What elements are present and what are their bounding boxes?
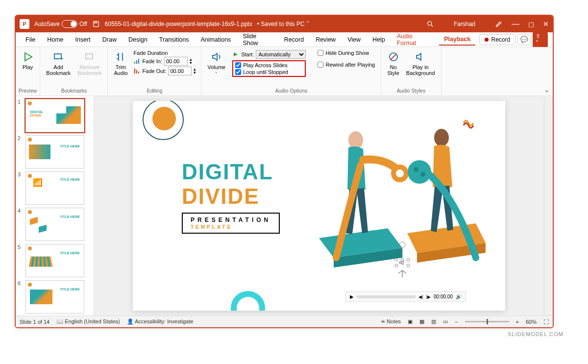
svg-rect-9: [138, 59, 139, 64]
save-icon[interactable]: [92, 20, 100, 28]
slide-subtitle: PRESENTATIONTEMPLATE: [182, 213, 280, 234]
loop-checkbox[interactable]: [235, 69, 241, 75]
tab-slideshow[interactable]: Slide Show: [238, 31, 277, 49]
fadeout-input[interactable]: [168, 67, 192, 75]
tab-home[interactable]: Home: [42, 34, 68, 45]
decor-circle-outline: [143, 101, 184, 140]
comments-button[interactable]: 💬: [517, 34, 531, 45]
autosave-state: Off: [79, 21, 87, 27]
tab-playback[interactable]: Playback: [439, 34, 475, 46]
maximize-icon[interactable]: ▢: [528, 21, 534, 28]
thumbnail-5[interactable]: 5TITLE HERE: [18, 244, 92, 277]
thumbnail-3[interactable]: 3📶TITLE HERE: [18, 171, 92, 205]
zoom-out-icon[interactable]: −: [455, 319, 458, 325]
save-state[interactable]: • Saved to this PC ˅: [257, 21, 309, 27]
collapse-ribbon-icon[interactable]: ⌄: [544, 86, 550, 94]
reading-view-icon[interactable]: ▥: [431, 318, 436, 325]
user-name[interactable]: Farshad: [454, 21, 475, 27]
zoom-in-icon[interactable]: +: [516, 319, 519, 325]
play-icon[interactable]: ▶: [350, 294, 354, 299]
audio-player[interactable]: ▶ ◀| |▶ 00:00.00 🔊: [345, 291, 466, 302]
tab-insert[interactable]: Insert: [71, 34, 96, 45]
svg-rect-12: [138, 72, 139, 73]
tab-draw[interactable]: Draw: [98, 34, 122, 45]
svg-rect-10: [134, 69, 135, 73]
svg-rect-8: [136, 60, 137, 64]
svg-line-14: [391, 54, 396, 60]
fit-window-icon[interactable]: ⛶: [543, 319, 549, 325]
play-background-button[interactable]: Play in Background: [403, 49, 438, 78]
normal-view-icon[interactable]: ▣: [408, 318, 413, 325]
close-icon[interactable]: ✕: [543, 20, 549, 28]
tab-transitions[interactable]: Transitions: [154, 34, 194, 45]
autosave-toggle[interactable]: AutoSave Off: [34, 20, 87, 28]
decor-circle-teal: [231, 291, 265, 311]
group-editing: Editing: [147, 87, 162, 94]
thumbnail-1[interactable]: 1DIGITALDIVIDE: [18, 99, 92, 132]
tab-record[interactable]: Record: [279, 34, 309, 45]
fade-duration-label: Fade Duration: [134, 50, 196, 56]
powerpoint-icon: P: [20, 19, 29, 29]
minimize-icon[interactable]: —: [512, 20, 519, 28]
trim-audio-button[interactable]: Trim Audio: [111, 49, 130, 78]
next-icon[interactable]: |▶: [426, 294, 431, 299]
language-indicator[interactable]: 📖 English (United States): [56, 318, 120, 325]
fadein-input[interactable]: [164, 57, 188, 66]
tab-animations[interactable]: Animations: [196, 34, 236, 45]
zoom-level[interactable]: 60%: [526, 319, 537, 325]
group-audio-options: Audio Options: [275, 87, 307, 94]
group-bookmarks: Bookmarks: [61, 87, 87, 94]
thumbnail-6[interactable]: 6TITLE HERE: [18, 280, 92, 314]
tab-design[interactable]: Design: [123, 34, 152, 45]
svg-rect-11: [136, 70, 137, 73]
svg-text:+: +: [60, 55, 64, 62]
rewind-checkbox[interactable]: [318, 62, 323, 68]
volume-button[interactable]: Volume ˅: [204, 49, 228, 78]
share-button[interactable]: ⇧ ˅: [533, 32, 548, 48]
tab-file[interactable]: File: [21, 34, 40, 45]
slide[interactable]: DIGITALDIVIDE PRESENTATIONTEMPLATE: [133, 101, 505, 311]
tab-help[interactable]: Help: [368, 34, 390, 45]
sorter-view-icon[interactable]: ▦: [419, 318, 424, 325]
prev-icon[interactable]: ◀|: [418, 294, 423, 299]
thumbnail-2[interactable]: 2TITLE HERE: [18, 135, 92, 169]
search-icon[interactable]: [426, 20, 434, 28]
loop-label: Loop until Stopped: [243, 69, 288, 75]
audio-object[interactable]: [388, 240, 417, 281]
slide-counter[interactable]: Slide 1 of 14: [20, 319, 49, 325]
slide-canvas[interactable]: DIGITALDIVIDE PRESENTATIONTEMPLATE: [94, 96, 544, 315]
hide-checkbox[interactable]: [318, 50, 323, 56]
accessibility-indicator[interactable]: 👤 Accessibility: Investigate: [127, 318, 194, 325]
svg-point-18: [434, 129, 449, 146]
fadeout-label: Fade Out:: [143, 68, 167, 74]
notes-button[interactable]: ≐ Notes: [381, 318, 401, 325]
volume-icon[interactable]: 🔊: [456, 294, 462, 299]
start-icon: [232, 51, 239, 58]
thumbnail-4[interactable]: 4TITLE HERE: [18, 208, 92, 241]
svg-line-3: [431, 25, 433, 26]
tab-review[interactable]: Review: [311, 34, 341, 45]
toggle-pill[interactable]: [62, 20, 77, 28]
record-button[interactable]: Record: [479, 34, 515, 45]
svg-rect-7: [134, 62, 135, 64]
statusbar: Slide 1 of 14 📖 English (United States) …: [16, 315, 553, 327]
svg-point-17: [396, 170, 404, 177]
vertical-scrollbar[interactable]: [544, 96, 553, 315]
tab-audioformat[interactable]: Audio Format: [392, 31, 438, 49]
fadeout-spinner[interactable]: ▴▾: [194, 68, 196, 74]
remove-bookmark-button: Remove Bookmark: [74, 49, 105, 78]
add-bookmark-button[interactable]: + Add Bookmark: [43, 49, 74, 78]
thumbnail-pane[interactable]: 1DIGITALDIVIDE 2TITLE HERE 3📶TITLE HERE …: [16, 96, 94, 315]
pen-icon[interactable]: [495, 20, 503, 28]
fadein-label: Fade In:: [143, 58, 162, 64]
play-button[interactable]: Play: [19, 49, 37, 72]
zoom-slider[interactable]: [465, 321, 509, 322]
svg-point-24: [395, 258, 398, 261]
tab-view[interactable]: View: [343, 34, 366, 45]
fadein-spinner[interactable]: ▴▾: [190, 58, 192, 65]
slideshow-view-icon[interactable]: ▭: [443, 318, 448, 325]
play-across-checkbox[interactable]: [235, 62, 241, 68]
no-style-button[interactable]: No Style: [384, 49, 402, 78]
start-select[interactable]: Automatically: [256, 50, 306, 59]
player-track[interactable]: [357, 295, 416, 298]
